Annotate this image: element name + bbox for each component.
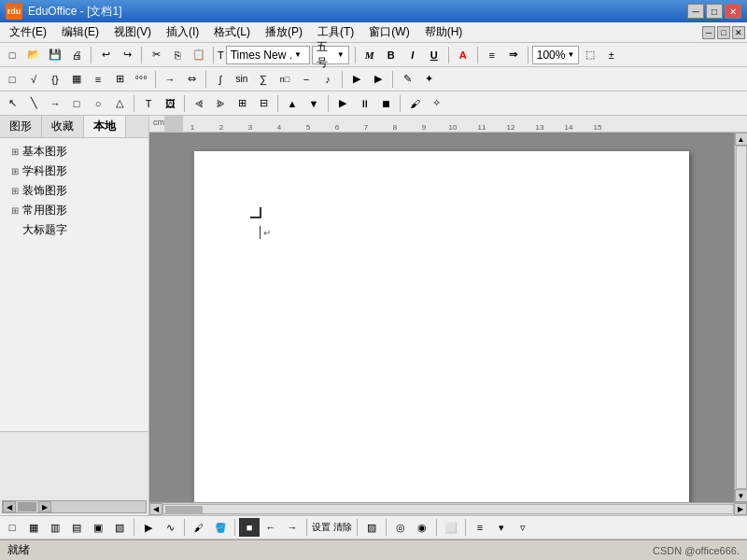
- close-button[interactable]: ✕: [725, 4, 741, 19]
- bdt-btn3[interactable]: ▤: [66, 518, 87, 537]
- draw-select[interactable]: ↖: [2, 94, 22, 113]
- tb2-star[interactable]: ✦: [418, 70, 439, 89]
- document-page[interactable]: ↵: [194, 151, 689, 502]
- tree-common-shapes[interactable]: ⊞ 常用图形: [4, 201, 145, 220]
- minimize-button[interactable]: ─: [687, 4, 704, 19]
- hscroll-thumb[interactable]: [165, 506, 203, 514]
- bdt-special4[interactable]: ⬜: [441, 518, 461, 537]
- scroll-down-btn[interactable]: ▼: [735, 489, 748, 502]
- draw-line[interactable]: ╲: [23, 94, 44, 113]
- menu-view[interactable]: 视图(V): [106, 22, 159, 42]
- italic-btn[interactable]: I: [402, 46, 423, 64]
- draw-img[interactable]: 🖼: [160, 94, 180, 113]
- bdt-arr-right[interactable]: →: [282, 518, 303, 537]
- tb2-arrow[interactable]: →: [160, 70, 180, 89]
- tree-title-text[interactable]: 大标题字: [4, 220, 145, 240]
- lp-horizontal-scrollbar[interactable]: ◀ ▶: [2, 500, 147, 513]
- paste-btn[interactable]: 📋: [189, 46, 209, 64]
- scroll-track[interactable]: [736, 146, 747, 489]
- bdt-special2[interactable]: ◎: [390, 518, 411, 537]
- tb2-btn1[interactable]: √: [23, 70, 44, 89]
- bdt-special6[interactable]: ▾: [491, 518, 512, 537]
- tree-subject-shapes[interactable]: ⊞ 学科图形: [4, 161, 145, 181]
- tb2-pen[interactable]: ✎: [397, 70, 417, 89]
- scroll-right-btn[interactable]: ▶: [734, 503, 747, 515]
- view-mode-btn[interactable]: ⬚: [580, 46, 600, 64]
- menu-window[interactable]: 窗口(W): [361, 22, 416, 42]
- tb2-play2[interactable]: ▶: [368, 70, 388, 89]
- bdt-btn7[interactable]: ∿: [160, 518, 180, 537]
- draw-align-r[interactable]: ⫸: [210, 94, 231, 113]
- bdt-special5[interactable]: ≡: [470, 518, 490, 537]
- draw-shape[interactable]: △: [109, 94, 130, 113]
- hscroll-track[interactable]: [162, 504, 734, 514]
- zoom-dropdown[interactable]: 100% ▼: [532, 46, 579, 64]
- tab-shapes[interactable]: 图形: [0, 116, 42, 137]
- tb2-btn2[interactable]: {}: [45, 70, 65, 89]
- menu-format[interactable]: 格式(L): [206, 22, 258, 42]
- underline-btn[interactable]: U: [424, 46, 444, 64]
- bdt-btn5[interactable]: ▧: [109, 518, 130, 537]
- save-btn[interactable]: 💾: [45, 46, 65, 64]
- tb2-sin[interactable]: sin: [232, 70, 252, 89]
- tab-local[interactable]: 本地: [84, 116, 126, 137]
- menu-insert[interactable]: 插入(I): [159, 22, 206, 42]
- bdt-special3[interactable]: ◉: [412, 518, 432, 537]
- draw-brush[interactable]: 🖌: [404, 94, 425, 113]
- tb2-audio[interactable]: ♪: [317, 70, 338, 89]
- tb2-integral[interactable]: ∫: [210, 70, 231, 89]
- tab-favorites[interactable]: 收藏: [42, 116, 84, 137]
- tree-deco-shapes[interactable]: ⊞ 装饰图形: [4, 181, 145, 201]
- doc-inner[interactable]: ↵: [149, 133, 734, 502]
- bdt-btn1[interactable]: ▦: [23, 518, 44, 537]
- scroll-up-btn[interactable]: ▲: [735, 133, 748, 146]
- menu-max-btn[interactable]: □: [717, 26, 730, 39]
- menu-min-btn[interactable]: ─: [702, 26, 715, 39]
- bdt-clear[interactable]: 清除: [332, 518, 353, 537]
- undo-btn[interactable]: ↩: [95, 46, 116, 64]
- draw-rect[interactable]: □: [66, 94, 87, 113]
- align-btn[interactable]: ≡: [482, 46, 502, 64]
- tb2-minus[interactable]: −: [296, 70, 317, 89]
- menu-play[interactable]: 播放(P): [258, 22, 310, 42]
- draw-ellipse[interactable]: ○: [88, 94, 108, 113]
- color-btn[interactable]: A: [453, 46, 473, 64]
- draw-front[interactable]: ▲: [282, 94, 303, 113]
- lp-scroll-left[interactable]: ◀: [3, 501, 16, 512]
- cut-btn[interactable]: ✂: [146, 46, 166, 64]
- tb2-btn4[interactable]: ≡: [88, 70, 108, 89]
- bdt-settings[interactable]: 设置: [311, 518, 331, 537]
- tb2-dbl-arrow[interactable]: ⇔: [181, 70, 202, 89]
- bdt-arr-left[interactable]: ←: [261, 518, 281, 537]
- draw-back[interactable]: ▼: [303, 94, 324, 113]
- draw-pause-btn[interactable]: ⏸: [354, 94, 374, 113]
- font-size-dropdown[interactable]: 五号 ▼: [312, 46, 349, 64]
- copy-btn[interactable]: ⎘: [167, 46, 188, 64]
- tb2-sum[interactable]: ∑: [253, 70, 274, 89]
- draw-arrow[interactable]: →: [45, 94, 65, 113]
- tb2-btn5[interactable]: ⊞: [109, 70, 130, 89]
- bdt-special1[interactable]: ▨: [361, 518, 382, 537]
- indent-btn[interactable]: ⇒: [503, 46, 524, 64]
- draw-ungroup[interactable]: ⊟: [253, 94, 274, 113]
- tree-basic-shapes[interactable]: ⊞ 基本图形: [4, 142, 145, 161]
- menu-file[interactable]: 文件(E): [2, 22, 54, 42]
- bdt-btn0[interactable]: □: [2, 518, 22, 537]
- view-mode2-btn[interactable]: ±: [601, 46, 622, 64]
- tb2-btn6[interactable]: °°°: [131, 70, 151, 89]
- tb2-btn0[interactable]: □: [2, 70, 22, 89]
- font-name-dropdown[interactable]: Times New . ▼: [226, 46, 310, 64]
- lp-scroll-thumb[interactable]: [18, 502, 36, 511]
- menu-edit[interactable]: 编辑(E): [54, 22, 106, 42]
- maximize-button[interactable]: □: [706, 4, 723, 19]
- menu-close-btn[interactable]: ✕: [732, 26, 745, 39]
- scroll-left-btn[interactable]: ◀: [149, 503, 162, 515]
- bdt-special7[interactable]: ▿: [513, 518, 533, 537]
- tb2-btn3[interactable]: ▦: [66, 70, 87, 89]
- tb2-super[interactable]: n□: [275, 70, 295, 89]
- open-btn[interactable]: 📂: [23, 46, 44, 64]
- new-btn[interactable]: □: [2, 46, 22, 64]
- bdt-fill-btn[interactable]: 🪣: [210, 518, 231, 537]
- tb2-play1[interactable]: ▶: [346, 70, 367, 89]
- lp-scroll-right[interactable]: ▶: [38, 501, 51, 512]
